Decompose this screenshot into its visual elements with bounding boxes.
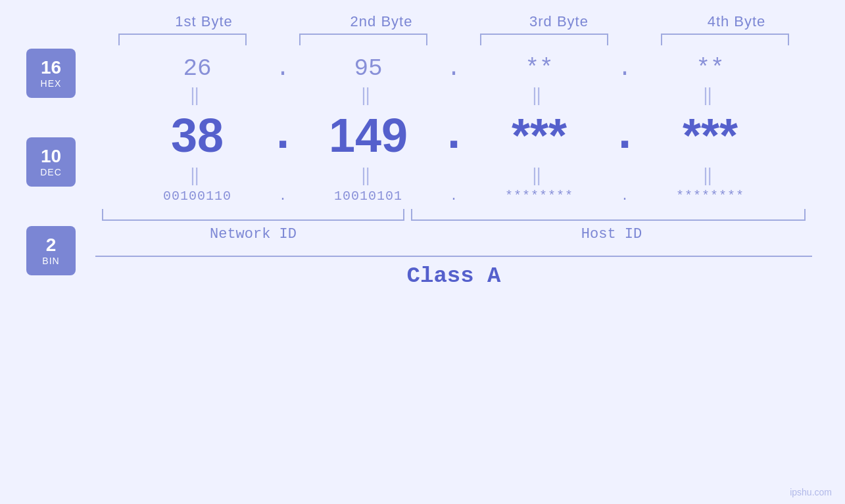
bracket-byte3: [480, 34, 608, 45]
bin-byte1: 00100110: [132, 189, 263, 204]
separator-dec-bin: ‖ ‖ ‖ ‖ ‖ ‖ ‖: [132, 162, 776, 189]
main-container: 1st Byte 2nd Byte 3rd Byte 4th Byte 16 H…: [0, 0, 845, 504]
class-section: Class A: [95, 256, 812, 288]
bracket-byte2: [299, 34, 427, 45]
bin-dot2: .: [434, 189, 473, 204]
dec-row: 38 . 149 . *** . ***: [132, 108, 776, 162]
bottom-brackets: [95, 209, 812, 221]
bin-dot1: .: [263, 189, 302, 204]
hex-badge: 16 HEX: [26, 49, 76, 98]
bin-byte3: ********: [473, 189, 605, 204]
hex-row: 26 . 95 . ** . **: [132, 55, 776, 82]
hex-byte1: 26: [132, 55, 263, 82]
byte4-header: 4th Byte: [648, 13, 825, 30]
byte3-header: 3rd Byte: [470, 13, 648, 30]
dec-byte1: 38: [132, 108, 263, 162]
dec-dot2: .: [434, 108, 473, 162]
dec-byte2: 149: [302, 108, 434, 162]
hex-badge-number: 16: [41, 58, 61, 78]
bracket-byte4: [661, 34, 789, 45]
bottom-labels: Network ID Host ID: [95, 226, 812, 242]
dec-dot1: .: [263, 108, 302, 162]
hex-badge-label: HEX: [41, 78, 62, 89]
dec-dot3: .: [605, 108, 644, 162]
hex-byte4: **: [644, 55, 776, 82]
host-id-label: Host ID: [411, 226, 812, 242]
hex-dot2: .: [434, 55, 473, 82]
byte2-header: 2nd Byte: [293, 13, 470, 30]
hex-dot1: .: [263, 55, 302, 82]
hex-byte2: 95: [302, 55, 434, 82]
bin-row: 00100110 . 10010101 . ******** . *******…: [132, 189, 776, 204]
network-id-label: Network ID: [95, 226, 411, 242]
class-divider: [95, 256, 812, 257]
dec-badge-label: DEC: [40, 167, 62, 177]
class-label: Class A: [95, 263, 812, 288]
dec-byte4: ***: [644, 108, 776, 162]
badges-column: 16 HEX 10 DEC 2 BIN: [26, 49, 76, 288]
separator-hex-dec: ‖ ‖ ‖ ‖ ‖ ‖ ‖: [132, 82, 776, 108]
hex-dot3: .: [605, 55, 644, 82]
bracket-byte1: [118, 34, 247, 45]
bin-dot3: .: [605, 189, 644, 204]
dec-badge: 10 DEC: [26, 137, 76, 187]
dec-byte3: ***: [473, 108, 605, 162]
byte-headers: 1st Byte 2nd Byte 3rd Byte 4th Byte: [0, 13, 845, 30]
bin-byte2: 10010101: [302, 189, 434, 204]
bin-byte4: ********: [644, 189, 776, 204]
byte1-header: 1st Byte: [115, 13, 293, 30]
dec-badge-number: 10: [41, 147, 61, 167]
bin-badge-label: BIN: [42, 256, 59, 266]
data-rows: 26 . 95 . ** . ** ‖ ‖ ‖ ‖ ‖ ‖ ‖ 38 .: [95, 55, 812, 288]
bin-badge: 2 BIN: [26, 226, 76, 275]
bin-badge-number: 2: [46, 235, 57, 256]
network-id-bracket: [102, 209, 404, 221]
host-id-bracket: [411, 209, 806, 221]
hex-byte3: **: [473, 55, 605, 82]
watermark: ipshu.com: [790, 487, 832, 497]
